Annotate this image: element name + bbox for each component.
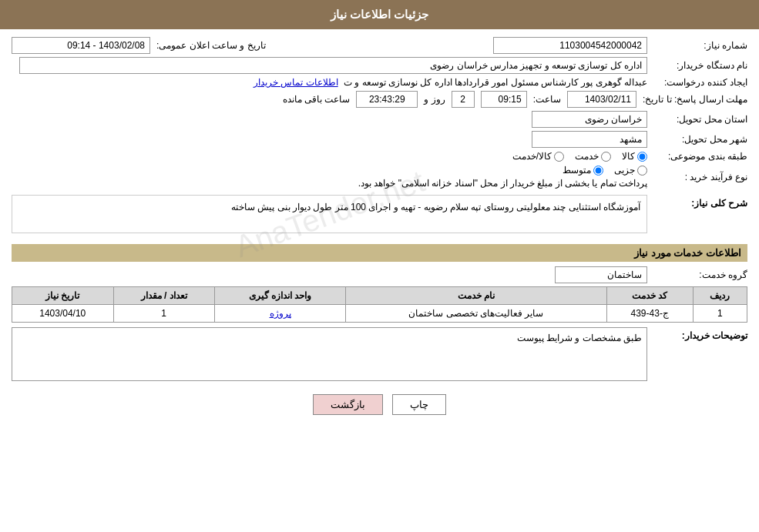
number-label: شماره نیاز: [647,40,747,51]
category-option-khedmat: خدمت [575,151,611,162]
announce-value: 1403/02/08 - 09:14 [12,37,150,54]
process-label: نوع فرآیند خرید : [647,172,747,182]
col-code: کد خدمت [606,287,693,305]
table-row: 1 ج-43-439 سایر فعالیت‌های تخصصی ساختمان… [12,305,747,323]
creator-link[interactable]: اطلاعات تماس خریدار [254,77,338,88]
deadline-remaining-box: 23:43:29 [356,91,418,108]
category-option-kala: کالا [622,151,647,162]
deadline-row: مهلت ارسال پاسخ: تا تاریخ: 1403/02/11 سا… [12,91,747,108]
city-label: شهر محل تحویل: [647,134,747,145]
services-section-title: اطلاعات خدمات مورد نیاز [12,244,747,262]
description-box: آموزشگاه استثنایی چند معلولیتی روستای تپ… [12,195,647,233]
buyer-org-label: نام دستگاه خریدار: [647,60,747,71]
category-label: طبقه بندی موضوعی: [647,151,747,162]
creator-value: عبداله گوهری پور کارشناس مسئول امور قرار… [12,77,647,88]
category-label-khedmat: خدمت [575,151,599,162]
description-label: شرح کلی نیاز: [647,195,747,209]
deadline-days-label: روز و [424,94,445,105]
number-announce-row: شماره نیاز: 1103004542000042 تاریخ و ساع… [12,37,747,54]
service-group-box: ساختمان [555,266,647,283]
category-radio-khedmat[interactable] [601,152,611,162]
description-content: آموزشگاه استثنایی چند معلولیتی روستای تپ… [231,202,640,212]
process-radio-motavasset[interactable] [593,166,603,176]
category-option-kala-khedmat: کالا/خدمت [512,151,564,162]
creator-label: ایجاد کننده درخواست: [647,77,747,88]
buyer-desc-box[interactable] [12,327,647,381]
category-radio-kala-khedmat[interactable] [554,152,564,162]
deadline-time-label: ساعت: [533,94,561,105]
announce-label: تاریخ و ساعت اعلان عمومی: [150,40,266,51]
process-value: جزیی متوسط پرداخت تمام یا بخشی از مبلغ خ… [12,165,647,189]
col-date: تاریخ نیاز [12,287,114,305]
creator-text: عبداله گوهری پور کارشناس مسئول امور قرار… [344,77,647,88]
city-value: مشهد [12,131,647,148]
category-row: طبقه بندی موضوعی: کالا خدمت کالا/خدمت [12,151,747,162]
cell-radif: 1 [693,305,747,323]
announce-box: 1403/02/08 - 09:14 [12,37,150,54]
category-radio-kala[interactable] [637,152,647,162]
process-label-motavasset: متوسط [563,165,591,176]
number-box: 1103004542000042 [493,37,647,54]
province-box: خراسان رضوی [532,111,647,128]
number-value: 1103004542000042 [266,37,647,54]
cell-name: سایر فعالیت‌های تخصصی ساختمان [346,305,606,323]
description-value: آموزشگاه استثنایی چند معلولیتی روستای تپ… [12,195,647,238]
deadline-date-box: 1403/02/11 [567,91,636,108]
buyer-desc-value [12,327,647,383]
description-row: شرح کلی نیاز: آموزشگاه استثنایی چند معلو… [12,195,747,238]
button-row: چاپ بازگشت [12,394,747,415]
category-label-kala-khedmat: کالا/خدمت [512,151,552,162]
process-radio-jozii[interactable] [637,166,647,176]
buyer-org-box: اداره کل توسازی توسعه و تجهیز مدارس خراس… [19,57,647,74]
buyer-desc-label: توضیحات خریدار: [647,327,747,341]
cell-quantity: 1 [113,305,214,323]
creator-row: ایجاد کننده درخواست: عبداله گوهری پور کا… [12,77,747,88]
services-table: ردیف کد خدمت نام خدمت واحد اندازه گیری ت… [12,286,747,323]
page-header: جزئیات اطلاعات نیاز [0,0,759,29]
deadline-days-box: 2 [452,91,475,108]
main-content: شماره نیاز: 1103004542000042 تاریخ و ساع… [0,29,759,430]
service-group-row: گروه خدمت: ساختمان [12,266,747,283]
deadline-time-box: 09:15 [481,91,527,108]
col-quantity: تعداد / مقدار [113,287,214,305]
print-button[interactable]: چاپ [392,394,446,415]
deadline-label: مهلت ارسال پاسخ: تا تاریخ: [636,94,747,105]
back-button[interactable]: بازگشت [313,394,383,415]
service-group-value: ساختمان [12,266,647,283]
service-group-label: گروه خدمت: [647,269,747,280]
col-radif: ردیف [693,287,747,305]
process-note: پرداخت تمام یا بخشی از مبلغ خریدار از مح… [12,178,647,189]
process-option-motavasset: متوسط [563,165,603,176]
province-row: استان محل تحویل: خراسان رضوی [12,111,747,128]
province-label: استان محل تحویل: [647,114,747,125]
page-title: جزئیات اطلاعات نیاز [331,8,428,21]
category-label-kala: کالا [622,151,635,162]
buyer-org-row: نام دستگاه خریدار: اداره کل توسازی توسعه… [12,57,747,74]
deadline-remaining-label: ساعت باقی مانده [283,94,351,105]
col-name: نام خدمت [346,287,606,305]
buyer-org-value: اداره کل توسازی توسعه و تجهیز مدارس خراس… [12,57,647,74]
col-unit: واحد اندازه گیری [214,287,345,305]
cell-date: 1403/04/10 [12,305,114,323]
city-row: شهر محل تحویل: مشهد [12,131,747,148]
cell-code: ج-43-439 [606,305,693,323]
deadline-value: 1403/02/11 ساعت: 09:15 2 روز و 23:43:29 … [12,91,636,108]
province-value: خراسان رضوی [12,111,647,128]
buyer-desc-row: توضیحات خریدار: [12,327,747,383]
process-row: نوع فرآیند خرید : جزیی متوسط پرداخت تمام… [12,165,747,189]
process-label-jozii: جزیی [614,165,635,176]
category-options: کالا خدمت کالا/خدمت [12,151,647,162]
process-option-jozii: جزیی [614,165,647,176]
city-box: مشهد [532,131,647,148]
page-container: جزئیات اطلاعات نیاز شماره نیاز: 11030045… [0,0,759,532]
cell-unit: پروژه [214,305,345,323]
